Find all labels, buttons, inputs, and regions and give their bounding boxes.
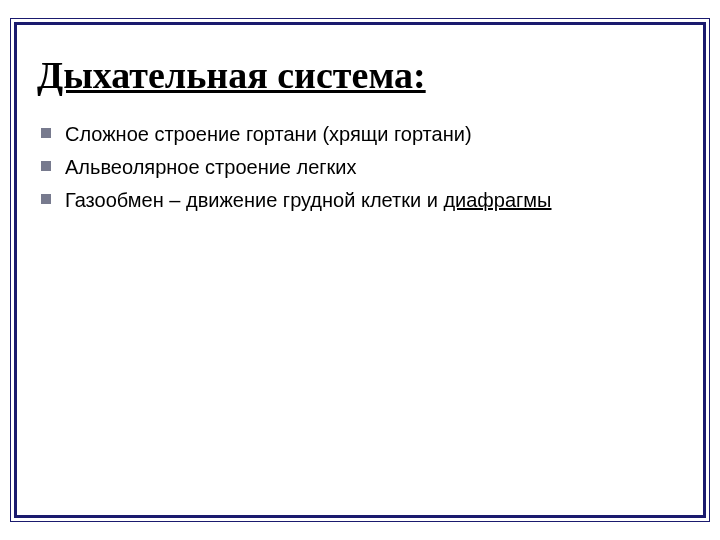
bullet-list: Сложное строение гортани (хрящи гортани)… xyxy=(37,121,683,214)
square-bullet-icon xyxy=(41,161,51,171)
inner-border: Дыхательная система: Сложное строение го… xyxy=(14,22,706,518)
list-item: Газообмен – движение грудной клетки и ди… xyxy=(37,187,683,214)
bullet-text: Альвеолярное строение легких xyxy=(65,154,683,181)
bullet-text: Газообмен – движение грудной клетки и ди… xyxy=(65,187,683,214)
underlined-term: диафрагмы xyxy=(443,189,551,211)
list-item: Альвеолярное строение легких xyxy=(37,154,683,181)
bullet-text-prefix: Газообмен – движение грудной клетки и xyxy=(65,189,443,211)
square-bullet-icon xyxy=(41,128,51,138)
list-item: Сложное строение гортани (хрящи гортани) xyxy=(37,121,683,148)
outer-border: Дыхательная система: Сложное строение го… xyxy=(10,18,710,522)
square-bullet-icon xyxy=(41,194,51,204)
slide-title: Дыхательная система: xyxy=(37,53,683,97)
bullet-text: Сложное строение гортани (хрящи гортани) xyxy=(65,121,683,148)
